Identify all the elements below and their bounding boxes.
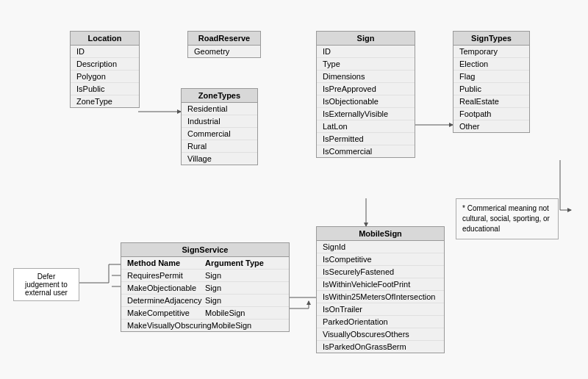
signtypes-row-realestate: RealEstate <box>453 95 529 108</box>
zonetypes-entity: ZoneTypes Residential Industrial Commerc… <box>181 88 258 165</box>
sign-row-dimensions: Dimensions <box>317 71 415 83</box>
signservice-row-makecompetitive: MakeCompetitive MobileSign <box>121 307 289 320</box>
mobilesign-row-signid: SignId <box>317 241 444 253</box>
zonetypes-row-industrial: Industrial <box>182 115 257 128</box>
signservice-col2: Argument Type <box>205 259 283 267</box>
signtypes-entity: SignTypes Temporary Election Flag Public… <box>453 31 530 133</box>
mobilesign-header: MobileSign <box>317 227 444 241</box>
sign-entity: Sign ID Type Dimensions IsPreApproved Is… <box>316 31 415 158</box>
signservice-row-makevisuallyobscuring: MakeVisuallyObscuring MobileSign <box>121 320 289 331</box>
mobilesign-row-iswithin25: IsWithin25MetersOfIntersection <box>317 291 444 303</box>
roadreserve-row-geometry: Geometry <box>188 46 260 57</box>
signservice-row-requirespermit: RequiresPermit Sign <box>121 270 289 282</box>
mobilesign-row-isontrailer: IsOnTrailer <box>317 303 444 316</box>
sign-header: Sign <box>317 32 415 46</box>
mobilesign-row-iscompetitive: IsCompetitive <box>317 253 444 266</box>
signtypes-row-footpath: Footpath <box>453 108 529 120</box>
zonetypes-row-commercial: Commercial <box>182 128 257 140</box>
signservice-method-requirespermit: RequiresPermit <box>127 271 205 280</box>
mobilesign-entity: MobileSign SignId IsCompetitive IsSecure… <box>316 226 445 353</box>
location-row-ispublic: IsPublic <box>71 83 139 95</box>
mobilesign-row-issecurelyfastened: IsSecurelyFastened <box>317 266 444 278</box>
signservice-entity: SignService Method Name Argument Type Re… <box>121 242 290 332</box>
location-row-id: ID <box>71 46 139 58</box>
signservice-row-makeobjectionable: MakeObjectionable Sign <box>121 282 289 295</box>
signservice-arg-makecompetitive: MobileSign <box>205 308 283 317</box>
signservice-col-header: Method Name Argument Type <box>121 257 289 270</box>
location-row-description: Description <box>71 58 139 71</box>
sign-row-ispreapproved: IsPreApproved <box>317 83 415 95</box>
signtypes-row-other: Other <box>453 120 529 132</box>
signtypes-row-flag: Flag <box>453 71 529 83</box>
zonetypes-row-residential: Residential <box>182 103 257 115</box>
signservice-method-makecompetitive: MakeCompetitive <box>127 308 205 317</box>
sign-row-id: ID <box>317 46 415 58</box>
mobilesign-row-isparkedongrassberm: IsParkedOnGrassBerm <box>317 341 444 353</box>
zonetypes-row-village: Village <box>182 153 257 165</box>
zonetypes-header: ZoneTypes <box>182 89 257 103</box>
signservice-method-determineadjacency: DetermineAdjacency <box>127 296 205 305</box>
mobilesign-row-parkedorientation: ParkedOrientation <box>317 316 444 328</box>
sign-row-isexternallyvisible: IsExternallyVisible <box>317 108 415 120</box>
sign-row-iscommercial: IsCommercial <box>317 145 415 157</box>
signtypes-row-public: Public <box>453 83 529 95</box>
signservice-col1: Method Name <box>127 259 205 267</box>
diagram-container: Location ID Description Polygon IsPublic… <box>0 0 588 379</box>
signservice-arg-makevisuallyobscuring: MobileSign <box>212 321 283 330</box>
roadreserve-header: RoadReserve <box>188 32 260 46</box>
sign-row-ispermitted: IsPermitted <box>317 133 415 145</box>
sign-row-type: Type <box>317 58 415 71</box>
commercial-note: * Commerical meaning not cultural, socia… <box>456 198 559 239</box>
sign-row-isobjectionable: IsObjectionable <box>317 95 415 108</box>
location-row-polygon: Polygon <box>71 71 139 83</box>
location-header: Location <box>71 32 139 46</box>
signtypes-row-temporary: Temporary <box>453 46 529 58</box>
mobilesign-row-visuallyobscures: VisuallyObscuresOthers <box>317 328 444 341</box>
signservice-arg-makeobjectionable: Sign <box>205 284 283 292</box>
roadreserve-entity: RoadReserve Geometry <box>187 31 261 58</box>
signservice-arg-determineadjacency: Sign <box>205 296 283 305</box>
signservice-row-determineadjacency: DetermineAdjacency Sign <box>121 295 289 307</box>
location-row-zonetype: ZoneType <box>71 95 139 107</box>
signtypes-row-election: Election <box>453 58 529 71</box>
sign-row-latlon: LatLon <box>317 120 415 133</box>
location-entity: Location ID Description Polygon IsPublic… <box>70 31 140 108</box>
defer-box: Defer judgement to external user <box>13 268 79 301</box>
signservice-method-makeobjectionable: MakeObjectionable <box>127 284 205 292</box>
signservice-header: SignService <box>121 243 289 257</box>
signtypes-header: SignTypes <box>453 32 529 46</box>
signservice-arg-requirespermit: Sign <box>205 271 283 280</box>
signservice-method-makevisuallyobscuring: MakeVisuallyObscuring <box>127 321 212 330</box>
mobilesign-row-iswithinfootprint: IsWithinVehicleFootPrint <box>317 278 444 291</box>
zonetypes-row-rural: Rural <box>182 140 257 153</box>
